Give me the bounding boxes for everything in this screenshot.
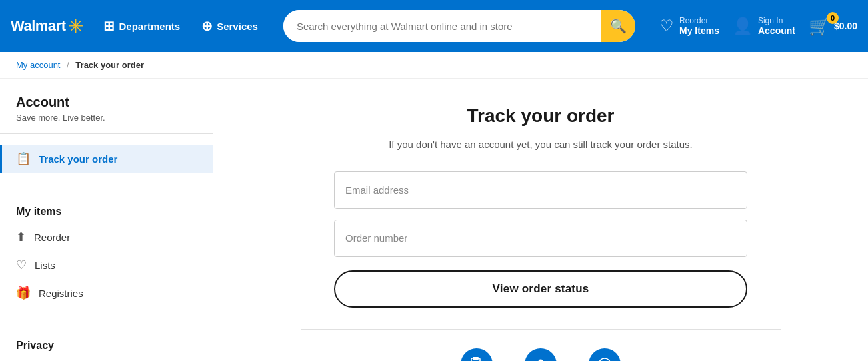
departments-icon: ⊞ <box>103 18 115 34</box>
departments-button[interactable]: ⊞ Departments <box>97 13 187 39</box>
sidebar-item-registries[interactable]: 🎁 Registries <box>0 279 213 307</box>
breadcrumb-current: Track your order <box>75 60 144 70</box>
walmart-logo[interactable]: Walmart ✳ <box>11 15 83 37</box>
order-number-input[interactable] <box>334 220 747 257</box>
registries-icon: 🎁 <box>16 286 31 300</box>
breadcrumb: My account / Track your order <box>0 52 868 79</box>
reorder-label: Reorder <box>679 16 719 25</box>
services-icon: ⊕ <box>201 18 213 34</box>
breadcrumb-parent[interactable]: My account <box>16 60 60 70</box>
reorder-text: Reorder My Items <box>679 16 719 36</box>
sidebar-nav-section: 📋 Track your order <box>0 134 213 184</box>
sidebar-privacy-section: Privacy <box>0 318 213 361</box>
email-input[interactable] <box>334 171 747 209</box>
cart-area[interactable]: 0 🛒 $0.00 <box>809 16 857 37</box>
privacy-title: Privacy <box>0 329 213 357</box>
lists-icon: ♡ <box>16 258 27 272</box>
signin-text: Sign In Account <box>758 16 795 36</box>
page-layout: Account Save more. Live better. 📋 Track … <box>0 79 868 361</box>
main-content: Track your order If you don't have an ac… <box>213 79 868 361</box>
services-button[interactable]: ⊕ Services <box>195 13 265 39</box>
services-label: Services <box>217 21 258 32</box>
svg-rect-1 <box>473 357 479 360</box>
heart-icon: ♡ <box>659 17 674 35</box>
track-card: Track your order If you don't have an ac… <box>334 105 747 308</box>
search-bar: 🔍 <box>283 10 635 42</box>
spark-icon: ✳ <box>68 15 83 37</box>
reorder-icon: ⬆ <box>16 230 26 244</box>
person-icon: 👤 <box>733 17 753 35</box>
step-dollar-icon: $ <box>589 348 621 362</box>
sidebar-item-track-order[interactable]: 📋 Track your order <box>0 145 213 173</box>
reorder-link[interactable]: ♡ Reorder My Items <box>659 16 719 36</box>
track-title: Track your order <box>334 105 747 127</box>
order-steps: $ <box>461 348 621 362</box>
reorder-sub: My Items <box>679 25 719 36</box>
sidebar-account-title: Account <box>16 95 197 110</box>
signin-label: Sign In <box>758 16 795 25</box>
header: Walmart ✳ ⊞ Departments ⊕ Services 🔍 ♡ R… <box>0 0 868 52</box>
search-icon: 🔍 <box>610 18 627 34</box>
sidebar-registries-label: Registries <box>39 288 83 299</box>
departments-label: Departments <box>119 21 180 32</box>
sidebar-my-items-section: My items ⬆ Reorder ♡ Lists 🎁 Registries <box>0 184 213 318</box>
sidebar-account-sub: Save more. Live better. <box>16 113 197 123</box>
track-subtitle: If you don't have an account yet, you ca… <box>334 137 747 153</box>
sidebar-item-track-label: Track your order <box>39 153 117 165</box>
search-input[interactable] <box>283 10 601 42</box>
breadcrumb-separator: / <box>67 60 69 70</box>
step-person-icon <box>525 348 557 362</box>
sidebar-lists-label: Lists <box>35 260 55 271</box>
signin-link[interactable]: 👤 Sign In Account <box>733 16 795 36</box>
track-order-icon: 📋 <box>16 151 31 166</box>
cart-badge: 0 <box>827 12 839 24</box>
sidebar-item-lists[interactable]: ♡ Lists <box>0 251 213 279</box>
sidebar-item-reorder[interactable]: ⬆ Reorder <box>0 223 213 251</box>
cart-price: $0.00 <box>834 21 857 31</box>
my-items-title: My items <box>0 195 213 223</box>
search-button[interactable]: 🔍 <box>601 10 635 42</box>
step-order-icon <box>461 348 493 362</box>
logo-text: Walmart <box>11 17 65 35</box>
section-divider <box>301 329 781 330</box>
header-actions: ♡ Reorder My Items 👤 Sign In Account 0 🛒… <box>659 16 857 37</box>
sidebar-reorder-label: Reorder <box>34 232 70 243</box>
sidebar: Account Save more. Live better. 📋 Track … <box>0 79 213 361</box>
sidebar-account: Account Save more. Live better. <box>0 95 213 134</box>
signin-sub: Account <box>758 25 795 36</box>
view-status-button[interactable]: View order status <box>334 270 747 308</box>
